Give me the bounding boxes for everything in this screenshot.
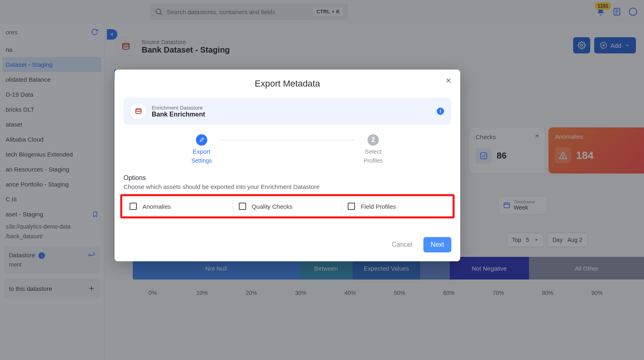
datastore-icon	[131, 104, 146, 119]
enrichment-subtitle: Enrichment Datastore	[152, 105, 205, 111]
checkbox[interactable]	[130, 203, 137, 210]
wizard-stepper: Export Settings 2 Select Profiles	[115, 134, 460, 164]
option-quality-checks[interactable]: Quality Checks	[233, 199, 342, 213]
info-icon[interactable]: i	[437, 108, 444, 115]
modal-title: Export Metadata	[115, 78, 460, 89]
next-button[interactable]: Next	[423, 237, 451, 252]
step-select-profiles[interactable]: 2 Select Profiles	[355, 134, 391, 164]
options-description: Choose which assets should be exported i…	[115, 183, 460, 190]
step-export-settings[interactable]: Export Settings	[183, 134, 220, 164]
option-anomalies[interactable]: Anomalies	[124, 199, 233, 213]
options-heading: Options	[115, 174, 460, 182]
enrichment-name: Bank Enrichment	[152, 111, 205, 118]
option-field-profiles[interactable]: Field Profiles	[342, 199, 451, 213]
close-icon[interactable]	[445, 77, 452, 84]
export-metadata-modal: Export Metadata Enrichment Datastore Ban…	[115, 70, 460, 261]
pencil-icon	[196, 134, 207, 146]
step-number: 2	[368, 134, 379, 146]
checkbox[interactable]	[348, 203, 355, 210]
checkbox[interactable]	[239, 203, 246, 210]
options-highlight: Anomalies Quality Checks Field Profiles	[120, 194, 455, 218]
modal-footer: Cancel Next	[115, 218, 460, 252]
step-connector	[220, 140, 355, 140]
cancel-button[interactable]: Cancel	[386, 237, 418, 252]
enrichment-card[interactable]: Enrichment Datastore Bank Enrichment i	[123, 98, 451, 125]
